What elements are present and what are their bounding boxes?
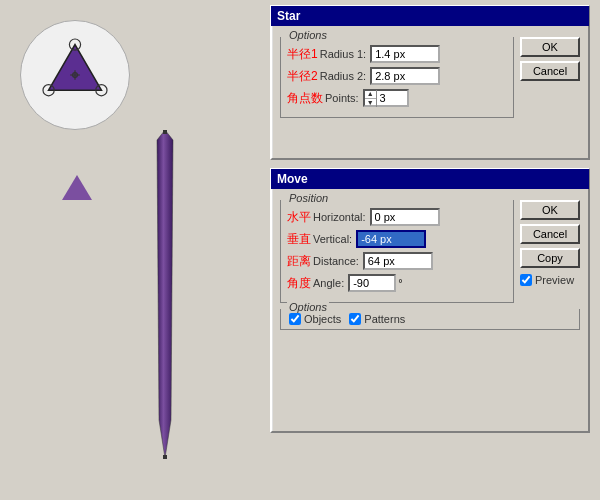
points-cn-label: 角点数 (287, 90, 323, 107)
horizontal-en-label: Horizontal: (313, 211, 366, 223)
radius2-cn-label: 半径2 (287, 68, 318, 85)
move-options-group: Options Objects Patterns (280, 309, 580, 330)
radius2-en-label: Radius 2: (320, 70, 366, 82)
radius2-row: 半径2 Radius 2: (287, 67, 507, 85)
vertical-en-label: Vertical: (313, 233, 352, 245)
horizontal-input[interactable] (370, 208, 440, 226)
horizontal-cn-label: 水平 (287, 209, 311, 226)
horizontal-row: 水平 Horizontal: (287, 208, 507, 226)
points-input[interactable] (377, 91, 407, 105)
move-cancel-button[interactable]: Cancel (520, 224, 580, 244)
star-btn-group: OK Cancel (520, 37, 580, 118)
distance-row: 距离 Distance: (287, 252, 507, 270)
move-options-label: Options (287, 301, 329, 313)
vertical-row: 垂直 Vertical: (287, 230, 507, 248)
angle-en-label: Angle: (313, 277, 344, 289)
star-cancel-button[interactable]: Cancel (520, 61, 580, 81)
tall-needle (155, 130, 175, 463)
radius2-input[interactable] (370, 67, 440, 85)
canvas-area (0, 0, 260, 500)
objects-checkbox[interactable] (289, 313, 301, 325)
star-options-label: Options (287, 29, 329, 41)
panels-area: Star Options 半径1 Radius 1: 半径2 Radius 2: (270, 5, 590, 495)
angle-cn-label: 角度 (287, 275, 311, 292)
angle-row: 角度 Angle: ° (287, 274, 507, 292)
vertical-input[interactable] (356, 230, 426, 248)
small-triangle (62, 175, 92, 203)
points-row: 角点数 Points: ▲ ▼ (287, 89, 507, 107)
vertical-cn-label: 垂直 (287, 231, 311, 248)
move-dialog: Move Position 水平 Horizontal: 垂直 Vertical… (270, 168, 590, 433)
star-ok-button[interactable]: OK (520, 37, 580, 57)
svg-rect-10 (163, 455, 167, 459)
svg-marker-0 (49, 45, 102, 91)
degree-symbol: ° (398, 277, 402, 289)
distance-cn-label: 距离 (287, 253, 311, 270)
move-position-group: Position 水平 Horizontal: 垂直 Vertical: (280, 200, 514, 303)
svg-rect-9 (163, 130, 167, 134)
move-dialog-title: Move (271, 169, 589, 189)
radius1-en-label: Radius 1: (320, 48, 366, 60)
preview-checkbox[interactable] (520, 274, 532, 286)
svg-marker-7 (62, 175, 92, 200)
svg-marker-8 (157, 130, 173, 458)
preview-label: Preview (535, 274, 574, 286)
distance-en-label: Distance: (313, 255, 359, 267)
star-preview-circle (20, 20, 130, 130)
move-ok-button[interactable]: OK (520, 200, 580, 220)
move-position-label: Position (287, 192, 330, 204)
move-btn-group: OK Cancel Copy Preview (520, 200, 580, 303)
points-en-label: Points: (325, 92, 359, 104)
radius1-row: 半径1 Radius 1: (287, 45, 507, 63)
radius1-input[interactable] (370, 45, 440, 63)
star-dialog: Star Options 半径1 Radius 1: 半径2 Radius 2: (270, 5, 590, 160)
patterns-label: Patterns (364, 313, 405, 325)
angle-input[interactable] (348, 274, 396, 292)
move-copy-button[interactable]: Copy (520, 248, 580, 268)
radius1-cn-label: 半径1 (287, 46, 318, 63)
objects-label: Objects (304, 313, 341, 325)
patterns-row: Patterns (349, 313, 405, 325)
points-spinner[interactable]: ▲ ▼ (365, 90, 377, 107)
objects-row: Objects (289, 313, 341, 325)
preview-row: Preview (520, 274, 580, 286)
star-dialog-title: Star (271, 6, 589, 26)
distance-input[interactable] (363, 252, 433, 270)
star-preview-svg (35, 35, 115, 115)
patterns-checkbox[interactable] (349, 313, 361, 325)
star-options-group: Options 半径1 Radius 1: 半径2 Radius 2: 角点数 … (280, 37, 514, 118)
